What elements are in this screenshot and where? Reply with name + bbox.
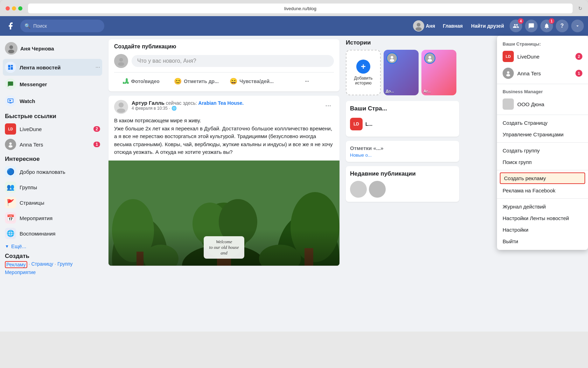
create-links: Рекламу · Страницу · Группу Мероприятие — [5, 261, 100, 275]
feelings-label: Чувства/дей... — [239, 79, 274, 84]
quick-link-anna-ters[interactable]: Anna Ters 1 — [3, 137, 102, 152]
quick-link-livedune[interactable]: LD LiveDune 2 — [3, 121, 102, 137]
nav-user-section: Аня Главная Найти друзей 4 1 ? — [413, 20, 584, 32]
story-card-2[interactable]: Ar... — [421, 50, 456, 95]
sidebar-item-messenger[interactable]: Messenger — [3, 76, 102, 93]
dropdown-create-page[interactable]: Создать Страницу — [497, 117, 588, 129]
create-event-link[interactable]: Мероприятие — [5, 270, 36, 275]
dropdown-livedune[interactable]: LD LiveDune 2 — [497, 48, 588, 65]
tag-friends-btn[interactable]: 😊 Отметить др... — [169, 75, 223, 87]
dropdown-anna-icon — [503, 68, 514, 79]
nav-users-icon-btn[interactable]: 4 — [510, 20, 522, 32]
address-bar[interactable]: livedune.ru/blog — [28, 4, 573, 13]
dropdown-anna-name: Anna Ters — [517, 70, 541, 76]
create-group-link[interactable]: Группу — [57, 261, 73, 268]
more-link[interactable]: ▼ Ещё... — [3, 241, 102, 251]
nav-messages-icon-btn[interactable] — [525, 20, 538, 32]
divider-3 — [497, 142, 588, 143]
svg-point-29 — [506, 74, 510, 76]
sidebar-events[interactable]: 📅 Мероприятия — [3, 210, 102, 226]
svg-point-1 — [416, 27, 422, 31]
new-updates-link[interactable]: Новые о... — [350, 152, 455, 158]
sidebar-user[interactable]: Аня Чернова — [3, 39, 102, 57]
search-input[interactable] — [33, 23, 96, 29]
recent-avatar-1 — [350, 181, 367, 198]
livedune-page-icon: LD — [350, 118, 363, 130]
svg-point-27 — [428, 59, 432, 62]
nav-link-home[interactable]: Главная — [439, 23, 466, 29]
sidebar-memories[interactable]: 🌐 Воспоминания — [3, 226, 102, 241]
messenger-icon — [5, 79, 16, 90]
nav-avatar[interactable] — [413, 20, 424, 32]
nav-help-icon-btn[interactable]: ? — [556, 20, 568, 32]
welcome-text: Welcometo our old houseand — [209, 239, 239, 256]
more-label: Ещё... — [11, 243, 26, 249]
dot-red[interactable] — [6, 6, 10, 11]
tag-icon: 😊 — [174, 77, 182, 85]
add-story-icon: + — [356, 60, 370, 74]
right-sidebar: Истории + Добавитьисторию До... — [343, 36, 462, 280]
quick-links-title: Быстрые ссылки — [3, 109, 102, 121]
post-image: Welcometo our old houseand — [108, 161, 340, 266]
dropdown-activity-log[interactable]: Журнал действий — [497, 201, 588, 212]
create-ad-link[interactable]: Рекламу — [5, 261, 27, 268]
page-item-livedune[interactable]: LD L... — [350, 116, 455, 132]
sidebar-item-watch[interactable]: Watch — [3, 93, 102, 109]
nav-chevron-icon-btn[interactable] — [571, 20, 584, 32]
tags-section: Отметки «...» Новые о... — [346, 141, 459, 162]
svg-point-25 — [390, 59, 394, 62]
photo-video-btn[interactable]: 🏞 Фото/видео — [114, 75, 168, 87]
story-card-1[interactable]: До... — [384, 50, 419, 95]
news-feed-icon — [5, 62, 16, 73]
sidebar-groups-label: Группы — [20, 184, 37, 190]
recent-avatar-2 — [369, 181, 386, 198]
dropdown-anna-ters[interactable]: Anna Ters 1 — [497, 65, 588, 82]
post-options-btn[interactable]: ··· — [322, 100, 334, 111]
search-bar[interactable]: 🔍 — [20, 20, 104, 32]
create-page-link[interactable]: Страницу — [31, 261, 53, 268]
sidebar-news-feed-dots[interactable]: ··· — [96, 64, 100, 70]
sidebar-pages-label: Страницы — [20, 200, 44, 206]
sidebar-groups[interactable]: 👥 Группы — [3, 179, 102, 195]
svg-point-28 — [507, 71, 510, 74]
dropdown-feed-settings[interactable]: Настройки Ленты новостей — [497, 212, 588, 224]
add-story-btn[interactable]: + Добавитьисторию — [346, 50, 381, 95]
dropdown-logout[interactable]: Выйти — [497, 236, 588, 247]
browser-dots — [6, 6, 22, 11]
location-prefix: сейчас здесь: — [166, 100, 197, 106]
story-avatar-1 — [386, 53, 398, 64]
nav-link-find-friends[interactable]: Найти друзей — [468, 23, 507, 29]
anna-count: 1 — [93, 142, 100, 147]
dropdown-fb-ads[interactable]: Реклама на Facebook — [497, 185, 588, 196]
create-post-input-row: Что у вас нового, Аня? — [114, 54, 334, 68]
dropdown-manage-pages[interactable]: Управление Страницами — [497, 129, 588, 140]
search-icon: 🔍 — [24, 23, 30, 29]
sidebar-pages[interactable]: 🚩 Страницы — [3, 195, 102, 210]
svg-point-7 — [118, 62, 124, 66]
svg-point-3 — [8, 50, 14, 54]
svg-point-2 — [9, 45, 13, 49]
sidebar-events-label: Мероприятия — [20, 215, 52, 221]
nav-bell-icon-btn[interactable]: 1 — [540, 20, 553, 32]
post-input-field[interactable]: Что у вас нового, Аня? — [132, 55, 334, 67]
sidebar-item-news-feed[interactable]: Лента новостей ··· — [3, 59, 102, 76]
dot-green[interactable] — [18, 6, 22, 11]
your-pages-title: Ваши Стра... — [350, 105, 455, 112]
recent-post-avatars — [350, 181, 455, 198]
dropdown-create-ad[interactable]: Создать рекламу — [500, 172, 585, 184]
quick-anna-label: Anna Ters — [20, 142, 90, 148]
more-dots-icon: ··· — [305, 79, 309, 84]
browser-titlebar: livedune.ru/blog ↻ — [0, 4, 588, 16]
interesting-title: Интересное — [3, 152, 102, 164]
feelings-btn[interactable]: 😄 Чувства/дей... — [225, 75, 279, 87]
dropdown-find-groups[interactable]: Поиск групп — [497, 156, 588, 168]
memories-icon: 🌐 — [5, 228, 16, 239]
stories-title: Истории — [346, 39, 459, 46]
reload-icon[interactable]: ↻ — [578, 6, 582, 11]
more-actions-btn[interactable]: ··· — [280, 75, 334, 87]
dot-yellow[interactable] — [12, 6, 16, 11]
dropdown-settings[interactable]: Настройки — [497, 224, 588, 236]
sidebar-welcome[interactable]: 🔵 Добро пожаловать — [3, 164, 102, 179]
dropdown-create-group[interactable]: Создать группу — [497, 145, 588, 156]
dropdown-ooo-duna[interactable]: ООО Дюна — [497, 96, 588, 113]
